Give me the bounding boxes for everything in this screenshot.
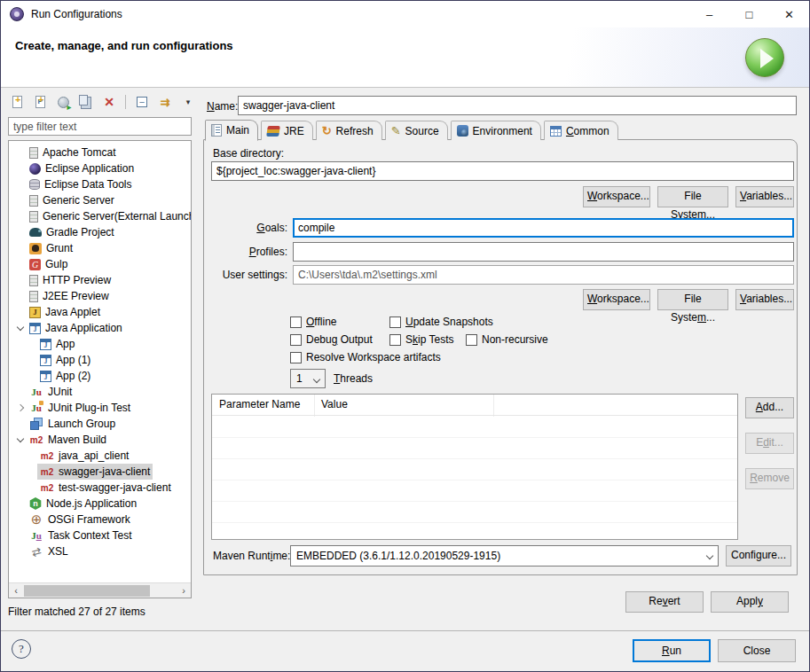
- settings-workspace-button[interactable]: Workspace...: [583, 289, 650, 310]
- tree-item-launch-group[interactable]: Launch Group: [9, 416, 191, 432]
- user-settings-input[interactable]: [293, 265, 794, 285]
- close-dialog-button[interactable]: Close: [718, 639, 796, 662]
- tree-item-app[interactable]: JApp: [9, 336, 191, 352]
- minimize-button[interactable]: –: [689, 1, 729, 27]
- tree-item-http-preview[interactable]: HTTP Preview: [9, 272, 191, 288]
- tree-item-xsl[interactable]: ⇄XSL: [9, 543, 191, 559]
- scroll-right-icon[interactable]: ›: [177, 583, 191, 598]
- tree-item-gulp[interactable]: GGulp: [9, 256, 191, 272]
- delete-button[interactable]: ✕: [100, 93, 118, 111]
- gulp-icon: G: [29, 259, 41, 270]
- tab-main[interactable]: Main: [205, 120, 258, 141]
- checkbox-label: Debug Output: [306, 333, 373, 346]
- goals-input[interactable]: [293, 218, 794, 238]
- threads-select[interactable]: 1: [290, 369, 326, 388]
- workspace-button[interactable]: Workspace...: [583, 186, 650, 207]
- duplicate-button[interactable]: [77, 93, 95, 111]
- close-button[interactable]: ✕: [769, 1, 809, 27]
- tree-item-generic-server[interactable]: Generic Server: [9, 192, 191, 208]
- settings-variables-button[interactable]: Variables...: [735, 289, 794, 310]
- scroll-left-icon[interactable]: ‹: [9, 583, 23, 598]
- main-tab-icon: [211, 124, 222, 137]
- non-recursive-checkbox[interactable]: Non-recursive: [466, 332, 548, 347]
- revert-button[interactable]: Revert: [625, 591, 704, 613]
- chevron-down-icon[interactable]: [14, 326, 27, 330]
- scrollbar-thumb[interactable]: [24, 585, 150, 597]
- tree-item-eclipse-application[interactable]: Eclipse Application: [9, 160, 191, 176]
- name-input[interactable]: [238, 96, 797, 115]
- column-header-parameter-name[interactable]: Parameter Name: [219, 398, 300, 410]
- new-prototype-button[interactable]: +: [31, 93, 49, 111]
- tree-item-junit-plug-in-test[interactable]: JUnit Plug-in Test: [9, 400, 191, 416]
- profiles-input[interactable]: [293, 242, 794, 262]
- collapse-all-button[interactable]: −: [133, 93, 151, 111]
- tree-item-java-application[interactable]: JJava Application: [9, 320, 191, 336]
- tab-environment[interactable]: Environment: [451, 121, 541, 140]
- tree-item-eclipse-data-tools[interactable]: Eclipse Data Tools: [9, 176, 191, 192]
- new-launch-configuration-button[interactable]: +: [8, 93, 26, 111]
- tree-item-task-context-test[interactable]: Task Context Test: [9, 527, 191, 543]
- tree-item-java-api-client[interactable]: m2java_api_client: [9, 448, 191, 464]
- server-icon: [29, 291, 38, 302]
- chevron-right-icon[interactable]: [14, 405, 27, 410]
- tree-item-app-1[interactable]: JApp (1): [9, 352, 191, 368]
- export-launch-configurations-button[interactable]: [54, 93, 72, 111]
- tab-jre[interactable]: JRE: [261, 121, 313, 140]
- tab-source[interactable]: ✎Source: [385, 121, 448, 140]
- common-tab-icon: [550, 126, 562, 137]
- apply-button[interactable]: Apply: [711, 591, 789, 613]
- tree-item-java-applet[interactable]: JJava Applet: [9, 304, 191, 320]
- tab-refresh[interactable]: ↻Refresh: [316, 121, 382, 140]
- tree-item-node-js-application[interactable]: nNode.js Application: [9, 496, 191, 512]
- parameter-table[interactable]: Parameter Name Value: [211, 394, 738, 540]
- toolbar-separator: [125, 95, 126, 109]
- column-header-value[interactable]: Value: [321, 398, 348, 410]
- add-button[interactable]: Add...: [745, 397, 794, 418]
- help-button[interactable]: ?: [12, 639, 31, 659]
- maven-runtime-value: EMBEDDED (3.6.1/1.12.0.20190529-1915): [296, 550, 500, 562]
- base-directory-input[interactable]: [211, 161, 794, 181]
- tree-horizontal-scrollbar[interactable]: ‹ ›: [9, 582, 191, 598]
- table-body[interactable]: [212, 417, 737, 539]
- tree-item-junit[interactable]: JUnit: [9, 384, 191, 400]
- run-button[interactable]: Run: [633, 639, 711, 662]
- tree-item-generic-server-external-launch[interactable]: Generic Server(External Launch: [9, 208, 191, 224]
- resolve-workspace-artifacts-checkbox[interactable]: Resolve Workspace artifacts: [290, 350, 441, 364]
- edit-button[interactable]: Edit...: [745, 433, 794, 454]
- configurations-tree[interactable]: Apache TomcatEclipse ApplicationEclipse …: [8, 140, 192, 598]
- configure-button[interactable]: Configure...: [726, 545, 791, 567]
- remove-button[interactable]: Remove: [745, 468, 794, 489]
- variables-button[interactable]: Variables...: [735, 186, 794, 207]
- maven-runtime-select[interactable]: EMBEDDED (3.6.1/1.12.0.20190529-1915): [290, 545, 719, 567]
- maven-runtime-label: Maven Runtime:: [213, 550, 290, 562]
- tree-item-j2ee-preview[interactable]: J2EE Preview: [9, 288, 191, 304]
- filter-input[interactable]: [8, 117, 192, 136]
- server-icon: [29, 195, 38, 207]
- maximize-button[interactable]: □: [729, 1, 769, 27]
- chevron-down-icon[interactable]: [14, 438, 27, 441]
- environment-tab-icon: [457, 125, 468, 137]
- update-snapshots-checkbox[interactable]: Update Snapshots: [389, 315, 493, 329]
- filter-icon: ⇉: [161, 96, 170, 109]
- tab-common[interactable]: Common: [544, 121, 618, 140]
- settings-file-system-button[interactable]: File System...: [657, 289, 728, 310]
- file-system-button[interactable]: File System...: [657, 186, 728, 207]
- tree-item-maven-build[interactable]: m2Maven Build: [9, 432, 191, 448]
- filter-configurations-button[interactable]: ⇉: [156, 93, 174, 111]
- threads-value: 1: [296, 372, 303, 385]
- sidebar: + + ✕ − ⇉ ▾ Apache TomcatEclipse Applica…: [8, 90, 193, 623]
- offline-checkbox[interactable]: Offline: [290, 315, 336, 329]
- tree-item-apache-tomcat[interactable]: Apache Tomcat: [9, 145, 191, 160]
- checkbox-icon: [466, 334, 477, 346]
- skip-tests-checkbox[interactable]: Skip Tests: [389, 332, 453, 347]
- tree-item-grunt[interactable]: Grunt: [9, 240, 191, 256]
- toolbar-menu-button[interactable]: ▾: [179, 93, 197, 111]
- tree-item-osgi-framework[interactable]: ⊕OSGi Framework: [9, 512, 191, 527]
- tree-item-app-2[interactable]: JApp (2): [9, 368, 191, 384]
- tree-item-test-swagger-java-client[interactable]: m2test-swagger-java-client: [9, 480, 191, 496]
- tree-item-label: JUnit Plug-in Test: [48, 402, 130, 414]
- debug-output-checkbox[interactable]: Debug Output: [290, 332, 373, 347]
- tree-item-gradle-project[interactable]: Gradle Project: [9, 224, 191, 240]
- tree-item-swagger-java-client[interactable]: m2swagger-java-client: [9, 464, 191, 480]
- tree-item-label: XSL: [48, 545, 68, 558]
